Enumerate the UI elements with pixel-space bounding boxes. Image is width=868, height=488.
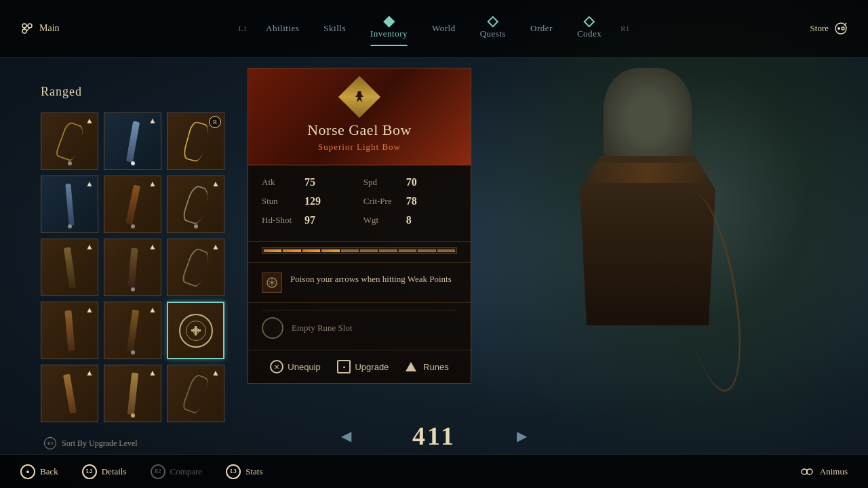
- stats-action[interactable]: L3 Stats: [226, 464, 262, 479]
- item-slot-10[interactable]: ▲: [41, 302, 98, 359]
- spd-value: 70: [406, 176, 417, 188]
- rune-divider: [262, 310, 457, 310]
- nav-center: L1 Abilities Skills Inventory World Ques…: [232, 12, 636, 45]
- upgrade-arrow-10: ▲: [85, 305, 95, 314]
- svg-point-8: [842, 27, 844, 30]
- details-label: Details: [102, 466, 127, 477]
- trigger-right: R1: [614, 22, 636, 35]
- sidebar-item-world[interactable]: World: [420, 18, 468, 39]
- currency-value: 411: [412, 421, 456, 451]
- stat-crit: Crit-Pre 78: [363, 195, 457, 207]
- upgrade-arrow-5: ▲: [149, 179, 158, 188]
- main-icon: [20, 22, 34, 35]
- item-slot-1[interactable]: ▲: [41, 113, 98, 170]
- item-slot-2[interactable]: ▲: [104, 113, 161, 170]
- inventory-diamond-icon: [383, 16, 395, 28]
- compare-label: Compare: [170, 466, 203, 477]
- item-slot-14[interactable]: ▲: [104, 365, 161, 422]
- sidebar-item-abilities[interactable]: Abilities: [254, 18, 311, 39]
- nav-main[interactable]: Main: [20, 22, 60, 35]
- svg-point-10: [357, 91, 361, 95]
- svg-point-2: [22, 29, 26, 33]
- item-slot-9[interactable]: ▲: [167, 239, 224, 296]
- back-action[interactable]: ● Back: [20, 464, 58, 479]
- runes-button[interactable]: Runes: [406, 360, 449, 373]
- item-slot-12-selected[interactable]: [167, 302, 224, 359]
- svg-point-12: [802, 469, 807, 474]
- item-name: Norse Gael Bow: [262, 121, 457, 139]
- rune-section: Empty Rune Slot: [248, 303, 471, 350]
- unequip-button[interactable]: ✕ Unequip: [270, 360, 320, 373]
- stat-atk: Atk 75: [262, 176, 355, 188]
- wgt-label: Wgt: [363, 215, 401, 226]
- crit-label: Crit-Pre: [363, 196, 401, 207]
- upgrade-button[interactable]: ▪ Upgrade: [337, 360, 389, 373]
- svg-point-13: [807, 469, 812, 474]
- items-grid: ▲ ▲ R ▲: [41, 113, 258, 422]
- square-icon: ▪: [337, 360, 351, 373]
- item-dot-8: [131, 287, 135, 291]
- animus-action[interactable]: Animus: [800, 464, 848, 479]
- codex-label: Codex: [577, 28, 601, 39]
- cross-icon: ✕: [270, 360, 283, 373]
- currency-right-arrow[interactable]: ▶: [517, 428, 527, 444]
- rune-slot-1[interactable]: Empty Rune Slot: [262, 317, 457, 339]
- compare-action[interactable]: R2 Compare: [151, 464, 203, 479]
- stat-row-3: Hd-Shot 97 Wgt 8: [262, 214, 457, 226]
- upgrade-bar-container: [248, 242, 471, 263]
- stat-wgt: Wgt 8: [363, 214, 457, 226]
- upgrade-arrow-9: ▲: [212, 242, 221, 251]
- upgrade-seg-7: [379, 249, 397, 252]
- stat-spd: Spd 70: [363, 176, 457, 188]
- l3-icon: L3: [226, 464, 241, 479]
- order-label: Order: [530, 23, 553, 34]
- inventory-label: Inventory: [370, 28, 408, 39]
- animus-icon: [800, 464, 814, 479]
- item-emblem: [342, 82, 376, 116]
- nav-store[interactable]: Store: [810, 22, 848, 35]
- upgrade-seg-4: [321, 249, 339, 252]
- r-badge: R: [209, 116, 221, 128]
- upgrade-arrow-14: ▲: [149, 368, 158, 378]
- item-slot-6[interactable]: ▲: [167, 176, 224, 233]
- item-slot-13[interactable]: ▲: [41, 365, 98, 422]
- inventory-panel: Ranged ▲ ▲ R: [41, 85, 258, 422]
- upgrade-seg-8: [399, 249, 416, 252]
- item-slot-3[interactable]: R: [167, 113, 224, 170]
- unequip-label: Unequip: [288, 362, 320, 372]
- item-slot-8[interactable]: ▲: [104, 239, 161, 296]
- emblem-inner: [349, 87, 370, 107]
- item-slot-4[interactable]: ▲: [41, 176, 98, 233]
- main-content: Ranged ▲ ▲ R: [0, 58, 868, 488]
- perk-poison-icon: [266, 277, 278, 289]
- upgrade-bar: [262, 247, 457, 254]
- item-slot-11[interactable]: ▲: [104, 302, 161, 359]
- stat-row-1: Atk 75 Spd 70: [262, 176, 457, 188]
- section-title: Ranged: [41, 85, 258, 99]
- item-slot-7[interactable]: ▲: [41, 239, 98, 296]
- rune-slot-label: Empty Rune Slot: [292, 323, 353, 333]
- abilities-label: Abilities: [266, 23, 299, 34]
- emblem-eagle-icon: [350, 87, 369, 106]
- upgrade-seg-10: [437, 249, 455, 252]
- item-slot-5[interactable]: ▲: [104, 176, 161, 233]
- upgrade-seg-9: [418, 249, 435, 252]
- animus-label: Animus: [820, 466, 848, 477]
- details-action[interactable]: L2 Details: [82, 464, 127, 479]
- spd-label: Spd: [363, 177, 401, 188]
- sidebar-item-codex[interactable]: Codex: [565, 12, 614, 45]
- action-buttons: ✕ Unequip ▪ Upgrade Runes: [248, 350, 471, 383]
- currency-left-arrow[interactable]: ◀: [341, 428, 351, 444]
- sidebar-item-quests[interactable]: Quests: [468, 12, 518, 45]
- item-slot-15[interactable]: ▲: [167, 365, 224, 422]
- sidebar-item-skills[interactable]: Skills: [311, 18, 358, 39]
- bottom-bar: ● Back L2 Details R2 Compare L3 Stats An…: [0, 454, 868, 488]
- store-label: Store: [810, 23, 829, 34]
- item-dot-5: [131, 224, 135, 228]
- item-type: Superior Light Bow: [262, 142, 457, 152]
- sidebar-item-inventory[interactable]: Inventory: [358, 12, 420, 45]
- item-dot-1: [68, 161, 72, 165]
- sidebar-item-order[interactable]: Order: [518, 18, 565, 39]
- stat-row-2: Stun 129 Crit-Pre 78: [262, 195, 457, 207]
- sort-label-container: R3 Sort By Upgrade Level: [44, 437, 138, 449]
